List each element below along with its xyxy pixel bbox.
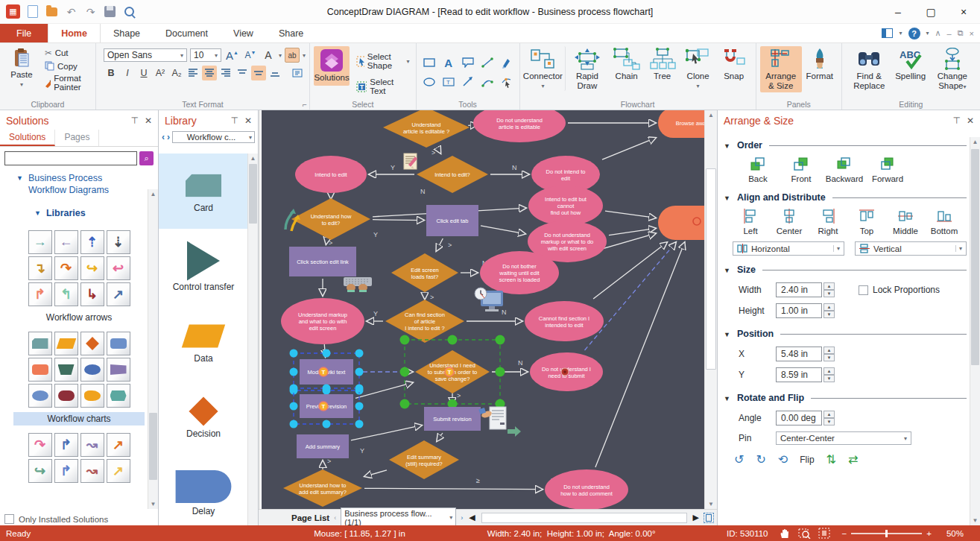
shape-thumbnail[interactable] [28,332,52,355]
subscript-button[interactable]: A₂ [169,66,184,80]
doc-close-icon[interactable]: × [970,29,974,38]
curve-tool[interactable] [479,74,496,90]
flowchart-node-rect[interactable]: Click section edit link [289,247,356,276]
flowchart-node-ellipse[interactable]: Do not understand Ineed to submit [530,352,603,391]
font-color-caret[interactable]: ▾ [279,52,282,59]
rotate-right-icon[interactable]: ↻ [756,452,765,466]
position-x-input[interactable]: 5.48 in [776,347,822,361]
prev-page-icon[interactable]: ‹ [332,514,338,522]
selection-handle[interactable] [355,420,364,428]
superscript-button[interactable]: A² [153,66,168,80]
selection-handle[interactable] [323,420,331,428]
align-right-button[interactable] [218,66,233,80]
pin-icon[interactable]: ⊤ [230,116,238,126]
rapid-draw-button[interactable]: Rapid Draw [566,46,608,92]
copy-button[interactable]: Copy [42,60,92,72]
panels-caret-icon[interactable]: ▾ [899,30,902,37]
font-size-select[interactable]: 10▾ [190,48,221,62]
shape-thumbnail[interactable] [80,358,104,382]
doc-restore-icon[interactable]: ⧉ [958,28,964,38]
shape-thumbnail[interactable]: ↱ [54,459,78,483]
clone-button[interactable]: Clone▾ [680,46,716,91]
shape-thumbnail[interactable]: ⇣ [107,230,130,254]
shape-thumbnail[interactable]: ↝ [80,433,104,457]
shape-thumbnail[interactable]: ↩ [107,256,130,280]
shape-thumbnail[interactable] [80,332,104,355]
flowchart-node-ellipse[interactable]: Do not understandhow to add comment [545,469,628,509]
shape-thumbnail[interactable] [107,358,130,382]
format-painter-button[interactable]: Format Painter [42,72,92,93]
flowchart-node-rect[interactable]: Add summary [297,434,349,458]
library-item-control-transfer[interactable]: Control transfer [159,229,248,304]
minimize-button[interactable]: – [882,1,914,23]
undo-icon[interactable]: ↶ [64,4,78,19]
canvas-hscrollbar[interactable] [481,513,687,523]
y-down-icon[interactable]: ▼ [823,375,835,382]
library-forward-icon[interactable]: › [167,132,170,142]
node-edit-tool[interactable] [499,74,515,90]
align-bottom-button[interactable]: Bottom [926,209,962,235]
shrink-font-button[interactable]: A▼ [243,48,258,63]
align-top-button[interactable] [235,66,250,80]
order-backward-button[interactable]: Backward [825,156,864,183]
selection-handle[interactable] [355,402,364,411]
underline-button[interactable]: U [136,66,151,80]
library-item-data[interactable]: Data [159,304,248,379]
library-item-card[interactable]: Card [159,154,248,229]
solutions-search-input[interactable] [4,151,137,165]
solutions-subtab-pages[interactable]: Pages [55,130,99,146]
pin-icon[interactable]: ⊤ [130,116,138,126]
open-document-icon[interactable] [45,4,59,19]
dialog-launcher-icon[interactable]: ⌐ [303,100,307,109]
align-center-button[interactable] [202,66,217,80]
y-up-icon[interactable]: ▲ [823,367,835,375]
align-middle-button[interactable]: Middle [888,209,923,235]
angle-up-icon[interactable]: ▲ [823,411,835,418]
order-front-button[interactable]: Front [782,156,821,183]
shape-thumbnail[interactable] [28,358,52,382]
solutions-search-button[interactable]: ⌕ [139,151,154,165]
selection-handle[interactable] [290,349,298,358]
arrange-size-button[interactable]: Arrange & Size [760,46,802,92]
flowchart-node-ellipse[interactable]: Do not botherwaiting until editscreen is… [480,251,559,294]
new-document-icon[interactable] [25,4,39,19]
flowchart-node-ellipse[interactable]: Intend to edit [295,156,367,193]
shape-thumbnail[interactable]: ↳ [80,282,104,306]
shape-thumbnail[interactable]: ↱ [28,282,52,306]
height-up-icon[interactable]: ▲ [823,303,835,311]
selection-handle[interactable] [290,402,298,411]
save-icon[interactable] [103,4,117,19]
tree-item-libraries[interactable]: ▼Libraries [0,205,158,223]
shape-thumbnail[interactable] [80,384,104,408]
fit-page-icon[interactable] [704,513,714,523]
arrange-scrollbar[interactable]: ▲ ▼ [970,137,980,525]
angle-input[interactable]: 0.00 deg [776,411,822,425]
tree-button[interactable]: Tree [645,46,680,83]
section-order[interactable]: ▼Order [724,140,967,151]
highlight-button[interactable]: ab [285,48,300,63]
order-forward-button[interactable]: Forward [868,156,907,183]
solutions-subtab-solutions[interactable]: Solutions [0,130,55,146]
shape-thumbnail[interactable]: ↪ [28,459,52,483]
grow-font-button[interactable]: A▲ [224,48,240,63]
width-up-icon[interactable]: ▲ [823,282,835,290]
order-back-button[interactable]: Back [739,156,777,183]
selection-handle[interactable] [290,420,298,428]
flowchart-node-rect[interactable]: Submit revision [424,407,481,431]
selection-handle[interactable] [323,385,331,393]
solutions-button[interactable]: Solutions [314,46,350,86]
arrow-tool[interactable] [460,74,476,90]
select-shape-button[interactable]: Select Shape▾ [354,51,411,72]
collapse-ribbon-icon[interactable]: ∧ [935,28,941,38]
flowchart-node-ellipse[interactable]: Understand markupand what to do withedit… [281,298,364,344]
cut-button[interactable]: ✂Cut [42,46,92,60]
change-shape-button[interactable]: Change Shape▾ [929,46,976,92]
zoom-out-icon[interactable]: − [842,529,847,538]
align-center-button[interactable]: Center [771,209,807,235]
align-top-button[interactable]: Top [849,209,885,235]
next-page-icon[interactable]: › [459,514,464,522]
height-down-icon[interactable]: ▼ [823,311,835,318]
align-left-button[interactable] [186,66,200,80]
preview-icon[interactable] [122,4,136,19]
align-middle-button[interactable] [251,66,266,80]
